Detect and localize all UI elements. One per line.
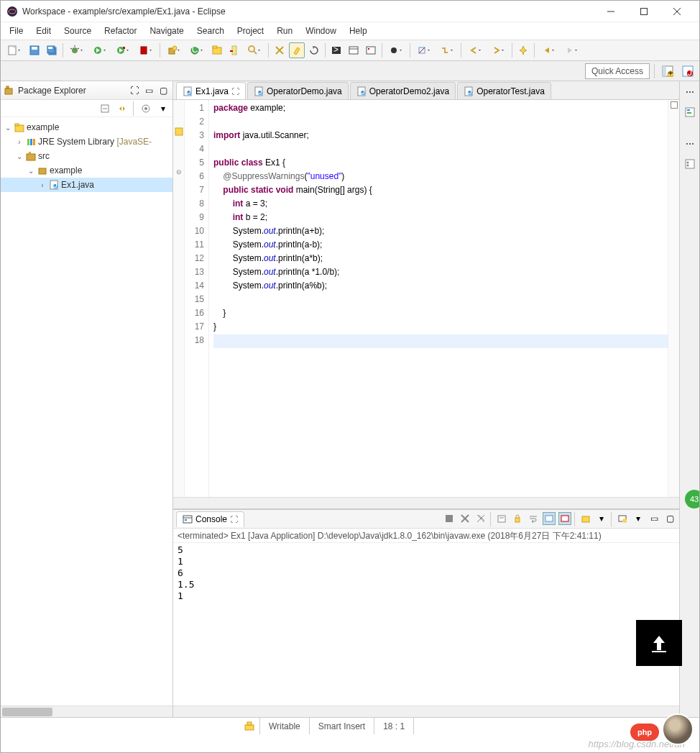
next-edit-button[interactable] bbox=[487, 42, 509, 58]
close-button[interactable] bbox=[660, 1, 694, 22]
tasklist-view-icon[interactable] bbox=[682, 156, 698, 172]
problems-button[interactable] bbox=[363, 42, 379, 58]
console-dropdown[interactable]: ▾ bbox=[632, 512, 645, 525]
terminal-button[interactable]: >_ bbox=[328, 42, 344, 58]
prev-edit-button[interactable] bbox=[464, 42, 486, 58]
console-button[interactable] bbox=[346, 42, 361, 58]
display-console-button[interactable]: ▾ bbox=[595, 512, 608, 525]
line-numbers[interactable]: 123456789101112131415161718 bbox=[185, 100, 209, 497]
skip-button[interactable] bbox=[413, 42, 435, 58]
menu-search[interactable]: Search bbox=[191, 24, 230, 37]
link-editor-button[interactable] bbox=[116, 102, 129, 115]
breakpoint-button[interactable] bbox=[385, 42, 407, 58]
menu-help[interactable]: Help bbox=[344, 24, 373, 37]
minimize-view-button[interactable]: ▭ bbox=[142, 84, 155, 97]
avatar[interactable] bbox=[662, 713, 694, 745]
menu-source[interactable]: Source bbox=[58, 24, 97, 37]
run-button[interactable] bbox=[89, 42, 111, 58]
java-perspective-button[interactable]: J bbox=[679, 63, 696, 80]
menu-file[interactable]: File bbox=[4, 24, 29, 37]
ext-tools-button[interactable] bbox=[135, 42, 157, 58]
close-icon[interactable]: ⛶ bbox=[231, 87, 239, 96]
show-console-button[interactable] bbox=[543, 512, 556, 525]
pin-icon[interactable]: ⛶ bbox=[128, 84, 141, 97]
remove-launch-button[interactable] bbox=[459, 512, 471, 525]
svg-rect-39 bbox=[663, 66, 666, 76]
editor-body[interactable]: ⊖ 123456789101112131415161718 package ex… bbox=[173, 100, 679, 497]
new-package-button[interactable] bbox=[163, 42, 185, 58]
view-menu-button[interactable]: ▾ bbox=[157, 102, 170, 115]
maximize-button[interactable] bbox=[627, 1, 660, 22]
tree-item-src[interactable]: src bbox=[38, 151, 50, 161]
open-console-button[interactable] bbox=[616, 512, 629, 525]
highlight-button[interactable] bbox=[289, 42, 305, 58]
svg-point-12 bbox=[72, 47, 78, 53]
save-button[interactable] bbox=[27, 42, 42, 58]
menu-project[interactable]: Project bbox=[231, 24, 270, 37]
pin-button[interactable] bbox=[515, 42, 531, 58]
tree-item-project[interactable]: example bbox=[27, 122, 59, 132]
editor-hscrollbar[interactable] bbox=[173, 497, 679, 508]
collapse-all-button[interactable] bbox=[98, 102, 111, 115]
status-writable[interactable]: Writable bbox=[259, 718, 309, 734]
package-folder-icon bbox=[37, 165, 48, 176]
svg-rect-52 bbox=[15, 124, 19, 126]
open-perspective-button[interactable]: + bbox=[659, 63, 676, 80]
editor-tab[interactable]: JOperatorDemo2.java bbox=[350, 82, 456, 99]
annotation-ruler[interactable]: ⊖ bbox=[173, 100, 185, 497]
svg-rect-57 bbox=[29, 152, 31, 154]
scroll-lock-button[interactable] bbox=[511, 512, 524, 525]
maximize-view-button[interactable]: ▢ bbox=[157, 84, 170, 97]
refresh-button[interactable] bbox=[306, 42, 322, 58]
restore2-icon[interactable]: ⋯ bbox=[682, 136, 698, 152]
quick-access-input[interactable]: Quick Access bbox=[585, 63, 650, 79]
console-hscrollbar[interactable] bbox=[173, 706, 679, 717]
console-min-button[interactable]: ▭ bbox=[648, 512, 660, 525]
menu-edit[interactable]: Edit bbox=[30, 24, 57, 37]
coverage-button[interactable] bbox=[112, 42, 134, 58]
remove-all-button[interactable] bbox=[474, 512, 487, 525]
terminate-button[interactable] bbox=[443, 512, 456, 525]
tree-hscrollbar[interactable] bbox=[1, 706, 172, 717]
step-button[interactable] bbox=[436, 42, 458, 58]
share-button[interactable] bbox=[636, 620, 682, 666]
console-max-button[interactable]: ▢ bbox=[663, 512, 676, 525]
restore-icon[interactable]: ⋯ bbox=[682, 84, 698, 100]
open-type-button[interactable] bbox=[209, 42, 225, 58]
focus-task-button[interactable] bbox=[139, 102, 152, 115]
back-button[interactable] bbox=[538, 42, 559, 58]
tree-item-jre[interactable]: JRE System Library [JavaSE- bbox=[38, 137, 152, 147]
close-icon[interactable]: ⛶ bbox=[230, 515, 238, 524]
console-output[interactable]: 5 1 6 1.5 1 bbox=[173, 543, 679, 706]
clear-console-button[interactable] bbox=[495, 512, 508, 525]
search-button[interactable] bbox=[244, 42, 265, 58]
menu-navigate[interactable]: Navigate bbox=[144, 24, 189, 37]
status-position[interactable]: 18 : 1 bbox=[374, 718, 413, 734]
tree-item-package[interactable]: example bbox=[50, 165, 82, 175]
float-badge[interactable]: 43 bbox=[685, 490, 700, 508]
status-insert[interactable]: Smart Insert bbox=[309, 718, 374, 734]
debug-button[interactable] bbox=[66, 42, 88, 58]
editor-tab[interactable]: JOperatorTest.java bbox=[457, 82, 551, 99]
forward-button[interactable] bbox=[561, 42, 582, 58]
tree-item-file[interactable]: Ex1.java bbox=[61, 180, 94, 190]
toggle-mark-button[interactable] bbox=[272, 42, 287, 58]
new-button[interactable] bbox=[4, 42, 25, 58]
code-area[interactable]: package example; import java.util.Scanne… bbox=[209, 100, 668, 497]
word-wrap-button[interactable] bbox=[527, 512, 540, 525]
console-tab[interactable]: Console ⛶ bbox=[176, 511, 244, 527]
project-tree[interactable]: ⌄example ›JRE System Library [JavaSE- ⌄s… bbox=[1, 117, 172, 706]
minimize-button[interactable] bbox=[594, 1, 627, 22]
show-stderr-button[interactable] bbox=[558, 512, 571, 525]
editor-tab[interactable]: JOperatorDemo.java bbox=[247, 82, 349, 99]
pin-console-button[interactable] bbox=[579, 512, 592, 525]
menu-run[interactable]: Run bbox=[271, 24, 298, 37]
menu-window[interactable]: Window bbox=[300, 24, 342, 37]
open-task-button[interactable] bbox=[226, 42, 242, 58]
save-all-button[interactable] bbox=[44, 42, 60, 58]
overview-ruler[interactable] bbox=[668, 100, 679, 497]
outline-view-icon[interactable] bbox=[682, 104, 698, 120]
new-class-button[interactable]: C bbox=[186, 42, 208, 58]
editor-tab[interactable]: JEx1.java⛶ bbox=[176, 82, 246, 99]
menu-refactor[interactable]: Refactor bbox=[98, 24, 142, 37]
